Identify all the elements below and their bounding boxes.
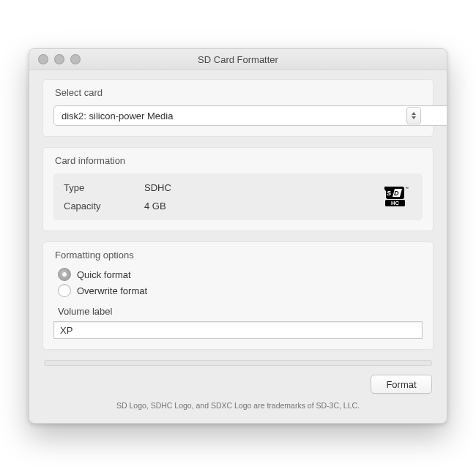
overwrite-format-option[interactable]: Overwrite format: [58, 284, 423, 297]
radio-selected-icon[interactable]: [58, 268, 71, 281]
capacity-label: Capacity: [64, 201, 144, 211]
sdhc-logo-icon: S D ™ HC: [380, 185, 412, 209]
svg-text:S: S: [387, 190, 391, 197]
minimize-icon[interactable]: [54, 54, 64, 64]
window-controls: [29, 54, 81, 64]
trademark-notice: SD Logo, SDHC Logo, and SDXC Logo are tr…: [42, 401, 434, 410]
app-window: SD Card Formatter Select card disk2: sil…: [29, 48, 447, 424]
card-information-label: Card information: [55, 155, 423, 166]
titlebar: SD Card Formatter: [29, 49, 447, 70]
quick-format-label: Quick format: [77, 269, 131, 280]
card-information-group: Card information Type SDHC S D ™ HC: [42, 147, 434, 231]
dropdown-stepper-icon[interactable]: [406, 107, 421, 124]
radio-unselected-icon[interactable]: [58, 284, 71, 297]
svg-text:D: D: [394, 190, 399, 197]
format-button[interactable]: Format: [371, 375, 432, 394]
card-information-panel: Type SDHC S D ™ HC Capacity: [53, 173, 423, 220]
volume-label-input[interactable]: [53, 321, 423, 339]
card-select-value: disk2: silicon-power Media: [53, 105, 447, 126]
progress-bar: [44, 360, 432, 366]
type-label: Type: [64, 182, 144, 193]
capacity-value: 4 GB: [144, 201, 380, 211]
select-card-label: Select card: [55, 87, 423, 98]
overwrite-format-label: Overwrite format: [77, 285, 147, 296]
quick-format-option[interactable]: Quick format: [58, 268, 423, 281]
window-title: SD Card Formatter: [29, 54, 447, 65]
type-value: SDHC: [144, 182, 380, 193]
close-icon[interactable]: [38, 54, 48, 64]
formatting-options-label: Formatting options: [55, 250, 423, 261]
svg-text:™: ™: [405, 186, 409, 190]
card-select[interactable]: disk2: silicon-power Media: [53, 105, 423, 126]
select-card-group: Select card disk2: silicon-power Media: [42, 79, 434, 137]
formatting-options-group: Formatting options Quick format Overwrit…: [42, 241, 434, 350]
zoom-icon[interactable]: [70, 54, 81, 64]
volume-label-caption: Volume label: [58, 306, 423, 317]
svg-text:HC: HC: [391, 200, 399, 206]
